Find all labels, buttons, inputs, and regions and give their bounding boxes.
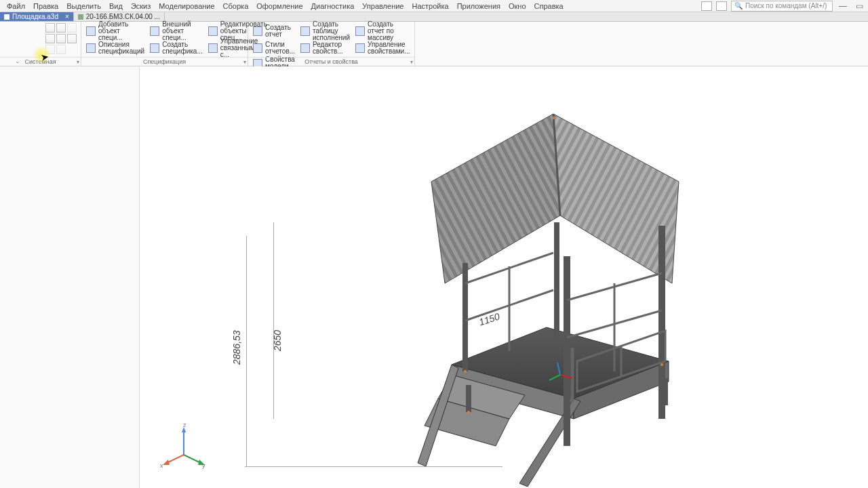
preview-icon[interactable] — [56, 34, 66, 43]
print-icon[interactable] — [45, 34, 55, 43]
menu-view[interactable]: Вид — [105, 1, 127, 11]
ribbon-group-reports: Создать отчет Стили отчетов... Свойства … — [248, 22, 415, 66]
menu-sketch[interactable]: Эскиз — [127, 1, 155, 11]
new-file-icon[interactable] — [45, 23, 55, 33]
menu-diagnostics[interactable]: Диагностика — [307, 1, 359, 11]
properties-icon[interactable] — [67, 34, 77, 43]
svg-marker-39 — [163, 460, 170, 465]
array-report-icon — [355, 26, 365, 36]
display-mode-1-icon[interactable] — [701, 1, 712, 11]
tab-inactive-label: 20-166.БМ3.СК.04.00 ... — [86, 13, 160, 20]
dim-base-line — [245, 466, 502, 467]
group-caret-reports[interactable]: ▾ — [410, 59, 413, 65]
menu-manage[interactable]: Управление — [358, 1, 408, 11]
btn-create-exec-table[interactable]: Создать таблицу исполнений — [298, 23, 352, 39]
window-minimize-button[interactable]: — — [837, 1, 849, 11]
ribbon-group-spec: Добавить объект специ... Описания специф… — [81, 22, 248, 66]
menu-settings[interactable]: Настройка — [408, 1, 452, 11]
btn-prop-editor[interactable]: Редактор свойств... — [298, 40, 352, 56]
group-caret-system[interactable]: ▾ — [77, 59, 79, 65]
redo-icon[interactable] — [56, 45, 66, 54]
drawing-icon — [78, 14, 83, 20]
assembly-icon — [4, 14, 9, 20]
create-spec-icon — [150, 43, 159, 53]
menu-apps[interactable]: Приложения — [453, 1, 505, 11]
menu-assembly[interactable]: Сборка — [219, 1, 253, 11]
menu-edit[interactable]: Правка — [29, 1, 62, 11]
svg-point-35 — [467, 411, 470, 413]
model-viewport[interactable]: 2886,53 2650 1150 — [140, 66, 868, 488]
group-label-reports: Отчеты и свойства — [248, 57, 414, 66]
btn-spec-descriptions[interactable]: Описания спецификаций — [84, 40, 146, 56]
exec-table-icon — [300, 26, 310, 36]
search-placeholder: Поиск по командам (Alt+/) — [745, 2, 827, 9]
triad-x: x — [160, 462, 163, 469]
add-object-icon — [86, 26, 96, 36]
external-object-icon — [150, 26, 159, 36]
svg-point-32 — [464, 370, 467, 373]
report-styles-icon — [253, 43, 262, 53]
group-label-system: Системная — [0, 57, 81, 66]
side-panel[interactable] — [0, 66, 140, 488]
triad-z: z — [183, 422, 186, 428]
menu-file[interactable]: Файл — [3, 1, 29, 11]
document-tabs: Площадка.a3d × 20-166.БМ3.СК.04.00 ... — [0, 12, 868, 22]
dim-extension-line-1 — [246, 236, 247, 466]
display-mode-2-icon[interactable] — [716, 1, 727, 11]
undo-icon[interactable] — [45, 45, 55, 54]
btn-add-spec-object[interactable]: Добавить объект специ... — [84, 23, 146, 39]
btn-prop-manage[interactable]: Управление свойствами... — [353, 40, 412, 56]
group-label-spec: Спецификация — [81, 57, 248, 66]
tab-active[interactable]: Площадка.a3d × — [0, 12, 74, 21]
create-report-icon — [253, 26, 262, 36]
dimension-height-total: 2886,53 — [231, 330, 242, 365]
ribbon-group-system: ⌄ Системная ▾ — [0, 22, 81, 66]
workspace: 2886,53 2650 1150 z x y — [0, 66, 868, 488]
menu-bar: Файл Правка Выделить Вид Эскиз Моделиров… — [0, 0, 868, 12]
menu-select[interactable]: Выделить — [62, 1, 105, 11]
svg-point-33 — [660, 363, 663, 366]
btn-create-report[interactable]: Создать отчет — [251, 23, 297, 39]
model-render — [350, 80, 716, 487]
btn-external-spec-object[interactable]: Внешний объект специ... — [148, 23, 205, 39]
descriptions-icon — [86, 43, 96, 53]
prop-manage-icon — [355, 43, 365, 53]
open-file-icon[interactable] — [56, 23, 66, 33]
edit-objects-icon — [208, 26, 218, 36]
manage-linked-icon — [208, 43, 218, 53]
group-caret-spec[interactable]: ▾ — [243, 59, 246, 65]
tab-close-button[interactable]: × — [65, 13, 69, 20]
btn-create-array-report[interactable]: Создать отчет по массиву — [353, 23, 412, 39]
dim-extension-line-2 — [273, 222, 274, 419]
prop-editor-icon — [300, 43, 310, 53]
save-file-icon[interactable] — [67, 23, 77, 33]
ribbon-toolbar: ⌄ Системная ▾ Добавить объект специ... О… — [0, 22, 868, 66]
btn-report-styles[interactable]: Стили отчетов... — [251, 40, 297, 56]
dimension-height-sub: 2650 — [272, 330, 283, 351]
svg-point-34 — [552, 117, 555, 119]
orientation-triad[interactable]: z x y — [160, 424, 208, 472]
command-search-input[interactable]: 🔍 Поиск по командам (Alt+/) — [731, 1, 833, 12]
window-maximize-button[interactable]: ▭ — [853, 1, 865, 11]
menu-window[interactable]: Окно — [505, 1, 530, 11]
menu-formatting[interactable]: Оформление — [252, 1, 307, 11]
btn-create-spec[interactable]: Создать специфика... — [148, 40, 205, 56]
menu-modeling[interactable]: Моделирование — [155, 1, 218, 11]
tab-active-label: Площадка.a3d — [12, 13, 58, 20]
menu-help[interactable]: Справка — [530, 1, 568, 11]
triad-y: y — [202, 462, 205, 469]
